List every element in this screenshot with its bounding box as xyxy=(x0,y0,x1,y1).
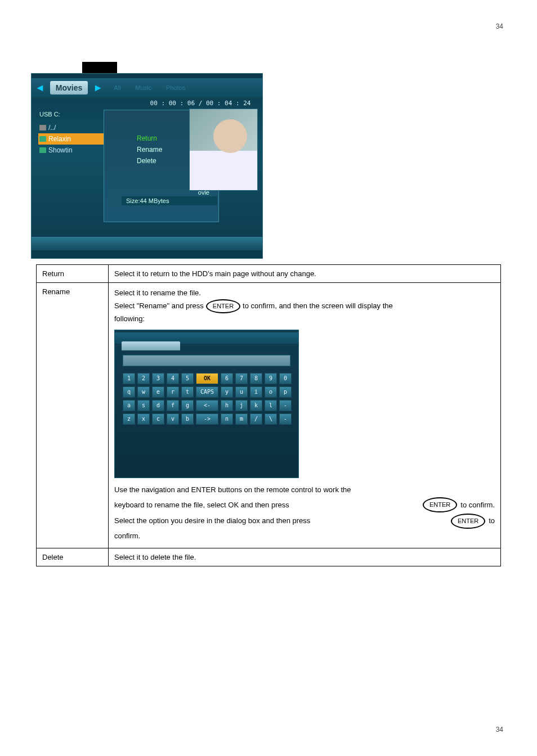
rename-line1: Select it to rename the file. xyxy=(114,287,495,299)
keyboard-textfield[interactable] xyxy=(123,355,290,366)
keyboard-key[interactable]: 6 xyxy=(221,373,233,384)
tab-left-arrow-icon[interactable]: ◄ xyxy=(32,82,48,94)
file-icon xyxy=(39,136,46,142)
row-return-label: Return xyxy=(37,265,109,283)
keyboard-key[interactable]: / xyxy=(250,413,262,425)
keyboard-key[interactable]: k xyxy=(250,400,262,411)
footer-stripe xyxy=(32,237,262,250)
keyboard-key[interactable]: 5 xyxy=(181,373,194,384)
preview-caption-fragment: ovie xyxy=(198,189,209,196)
keyboard-key[interactable]: \ xyxy=(265,413,277,425)
keyboard-key[interactable]: 2 xyxy=(137,373,150,384)
keyboard-key[interactable]: x xyxy=(137,413,150,425)
keyboard-key[interactable]: -> xyxy=(196,413,218,425)
row-rename-label: Rename xyxy=(37,283,109,548)
keyboard-key[interactable]: l xyxy=(265,400,277,411)
keyboard-key[interactable]: 3 xyxy=(152,373,164,384)
keyboard-key[interactable]: 8 xyxy=(250,373,262,384)
keyboard-key[interactable]: e xyxy=(152,386,164,398)
keyboard-key[interactable]: v xyxy=(167,413,179,425)
tab-music[interactable]: Music xyxy=(129,82,157,93)
keyboard-key[interactable]: <- xyxy=(196,400,218,411)
row-delete-label: Delete xyxy=(37,548,109,566)
keyboard-key[interactable]: u xyxy=(235,386,248,398)
keyboard-key[interactable]: i xyxy=(250,386,262,398)
enter-button-icon: ENTER xyxy=(206,299,240,314)
rename-line3: following: xyxy=(114,313,495,325)
keyboard-key[interactable]: s xyxy=(137,400,150,411)
keyboard-key[interactable]: p xyxy=(279,386,292,398)
tab-right-arrow-icon[interactable]: ► xyxy=(90,82,106,94)
rename-line7: confirm. xyxy=(114,530,495,542)
tab-movies[interactable]: Movies xyxy=(50,81,88,94)
file-icon xyxy=(39,147,46,153)
media-tabbar: ◄ Movies ► All Music Photos xyxy=(32,78,262,97)
list-item[interactable]: Showtin xyxy=(38,145,113,156)
keyboard-key[interactable]: 4 xyxy=(167,373,179,384)
file-list-panel: USB C: /../ Relaxin Showtin xyxy=(36,110,115,159)
list-item[interactable]: Relaxin xyxy=(38,133,113,145)
tab-photos[interactable]: Photos xyxy=(160,82,191,93)
row-return-desc: Select it to return to the HDD's main pa… xyxy=(109,265,501,283)
media-browser-screenshot: ◄ Movies ► All Music Photos 00 : 00 : 06… xyxy=(31,73,263,259)
playback-time: 00 : 00 : 06 / 00 : 04 : 24 xyxy=(144,100,257,109)
keyboard-key[interactable]: a xyxy=(123,400,135,411)
keyboard-title-tab xyxy=(122,341,180,350)
tab-all[interactable]: All xyxy=(108,82,126,93)
keyboard-key[interactable]: m xyxy=(235,413,248,425)
keyboard-key[interactable]: r xyxy=(167,386,179,398)
rename-line2: Select "Rename" and press ENTER to confi… xyxy=(114,299,495,314)
keyboard-key[interactable]: f xyxy=(167,400,179,411)
keyboard-key[interactable]: - xyxy=(279,400,292,411)
keyboard-key[interactable]: q xyxy=(123,386,135,398)
keyboard-key[interactable]: y xyxy=(221,386,233,398)
keyboard-key[interactable]: d xyxy=(152,400,164,411)
list-item-up[interactable]: /../ xyxy=(38,122,113,133)
page-number-bottom: 34 xyxy=(496,726,503,734)
drive-label: USB C: xyxy=(36,110,115,119)
rename-line4: Use the navigation and ENTER buttons on … xyxy=(114,484,495,496)
enter-button-icon: ENTER xyxy=(451,514,485,529)
keyboard-key[interactable]: j xyxy=(235,400,248,411)
keyboard-key[interactable]: OK xyxy=(196,373,218,384)
keyboard-key[interactable]: g xyxy=(181,400,194,411)
enter-button-icon: ENTER xyxy=(423,497,457,512)
keyboard-key[interactable]: w xyxy=(137,386,150,398)
instruction-table: Return Select it to return to the HDD's … xyxy=(36,264,501,566)
keyboard-key[interactable]: 1 xyxy=(123,373,135,384)
rename-line6: Select the option you desire in the dial… xyxy=(114,514,495,529)
keyboard-key[interactable]: 7 xyxy=(235,373,248,384)
rename-line5: keyboard to rename the file, select OK a… xyxy=(114,497,495,512)
onscreen-keyboard-screenshot: 12345OK67890 qwertCAPSyuiop asdfg<-hjkl-… xyxy=(114,330,299,478)
file-size-label: Size:44 MBytes xyxy=(122,196,217,205)
keyboard-key[interactable]: h xyxy=(221,400,233,411)
keyboard-key[interactable]: 0 xyxy=(279,373,292,384)
keyboard-key[interactable]: n xyxy=(221,413,233,425)
video-preview xyxy=(189,109,258,191)
keyboard-key[interactable]: t xyxy=(181,386,194,398)
keyboard-key[interactable]: - xyxy=(279,413,292,425)
row-delete-desc: Select it to delete the file. xyxy=(109,548,501,566)
black-tab-decor xyxy=(82,62,117,74)
keyboard-key[interactable]: o xyxy=(265,386,277,398)
row-rename-desc: Select it to rename the file. Select "Re… xyxy=(109,283,501,548)
keyboard-key[interactable]: 9 xyxy=(265,373,277,384)
keyboard-key[interactable]: z xyxy=(123,413,135,425)
keyboard-key[interactable]: c xyxy=(152,413,164,425)
keyboard-keys: 12345OK67890 qwertCAPSyuiop asdfg<-hjkl-… xyxy=(123,373,290,427)
keyboard-key[interactable]: CAPS xyxy=(196,386,218,398)
folder-up-icon xyxy=(39,125,46,130)
keyboard-key[interactable]: b xyxy=(181,413,194,425)
page-number-top: 34 xyxy=(496,22,503,30)
